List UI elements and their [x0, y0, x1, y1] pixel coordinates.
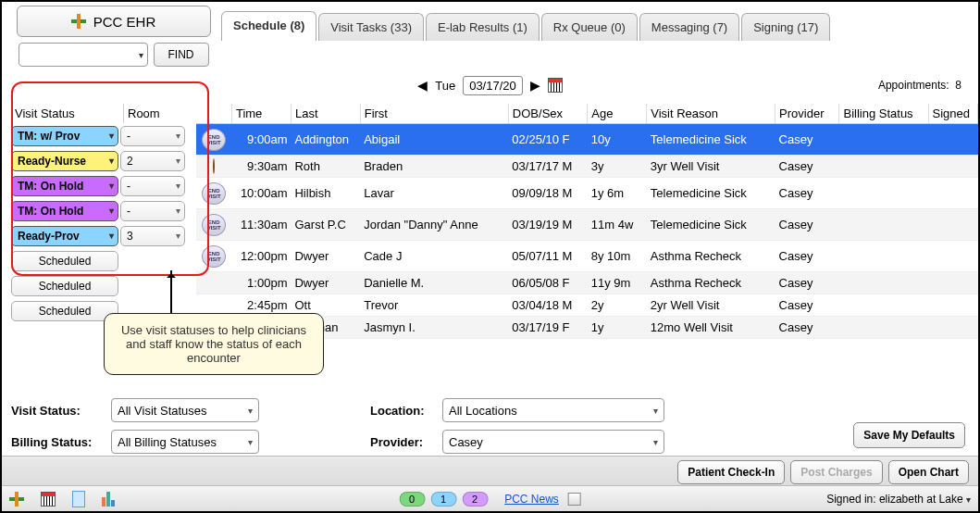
- room-select[interactable]: 3▾: [120, 226, 185, 246]
- news-icon: [568, 493, 581, 506]
- patient-checkin-button[interactable]: Patient Check-In: [677, 460, 785, 484]
- chevron-down-icon: ▾: [176, 231, 180, 241]
- table-row[interactable]: ENDVISIT10:00amHilbishLavar09/09/18 M1y …: [196, 178, 978, 209]
- tab[interactable]: Signing (17): [741, 13, 830, 41]
- table-row[interactable]: ENDVISIT9:00amAddingtonAbigail02/25/10 F…: [196, 124, 978, 156]
- date-input[interactable]: 03/17/20: [463, 76, 523, 95]
- column-header[interactable]: Signed: [928, 104, 977, 124]
- cell-dobsex: 02/25/10 F: [508, 124, 587, 156]
- visit-status-select[interactable]: TM: On Hold▾: [11, 176, 118, 196]
- prev-day-button[interactable]: ◀: [417, 78, 428, 93]
- end-visit-icon[interactable]: ENDVISIT: [202, 214, 226, 236]
- schedule-table: TimeLastFirstDOB/SexAgeVisit ReasonProvi…: [196, 104, 978, 339]
- room-select[interactable]: -▾: [120, 201, 185, 221]
- alert-icon[interactable]: [213, 158, 215, 174]
- table-row[interactable]: ENDVISIT11:30amGarst P.CJordan "Danny" A…: [196, 209, 978, 241]
- cell-first: Cade J: [360, 241, 508, 272]
- main-tabs: Schedule (8)Visit Tasks (33)E-lab Result…: [221, 6, 978, 41]
- column-header[interactable]: Last: [291, 104, 360, 124]
- visit-status-select[interactable]: Scheduled: [11, 301, 118, 321]
- filter-location[interactable]: All Locations▾: [442, 398, 664, 422]
- cell-age: 1y 6m: [588, 178, 647, 209]
- status-badge[interactable]: 0: [399, 492, 425, 507]
- search-input[interactable]: ▾: [19, 43, 148, 67]
- cell-last: Dwyer: [291, 272, 360, 294]
- cell-reason: Asthma Recheck: [647, 272, 775, 294]
- column-header[interactable]: DOB/Sex: [508, 104, 587, 124]
- chevron-down-icon: ▾: [109, 156, 114, 166]
- tab[interactable]: Messaging (7): [639, 13, 739, 41]
- visit-status-select[interactable]: Scheduled: [11, 276, 118, 296]
- next-day-button[interactable]: ▶: [530, 78, 540, 93]
- visit-status-select[interactable]: TM: On Hold▾: [11, 201, 118, 221]
- room-select[interactable]: -▾: [120, 126, 185, 146]
- cell-provider: Casey: [775, 294, 839, 317]
- status-badge[interactable]: 1: [430, 492, 456, 507]
- chevron-down-icon: ▾: [248, 406, 253, 416]
- cell-first: Jasmyn I.: [360, 317, 508, 339]
- chevron-down-icon: ▾: [176, 131, 180, 141]
- appointment-count: Appointments: 8: [878, 79, 961, 92]
- tab[interactable]: Rx Queue (0): [541, 13, 638, 41]
- filter-visit-status[interactable]: All Visit Statuses▾: [111, 398, 259, 422]
- end-visit-icon[interactable]: ENDVISIT: [202, 129, 226, 151]
- column-header[interactable]: Age: [588, 104, 647, 124]
- room-select[interactable]: 2▾: [120, 151, 185, 171]
- task-cell: ENDVISIT: [196, 178, 231, 209]
- table-row[interactable]: ENDVISIT12:00pmDwyerCade J05/07/11 M8y 1…: [196, 241, 978, 272]
- cell-age: 11y 9m: [588, 272, 647, 294]
- chevron-down-icon: ▾: [109, 231, 114, 241]
- column-header[interactable]: First: [360, 104, 508, 124]
- cell-first: Trevor: [360, 294, 508, 317]
- status-badge[interactable]: 2: [462, 492, 488, 507]
- chevron-down-icon: ▾: [653, 437, 658, 447]
- column-header[interactable]: Billing Status: [839, 104, 928, 124]
- tab[interactable]: Schedule (8): [221, 11, 316, 41]
- cell-dobsex: 03/17/17 M: [508, 156, 587, 178]
- filter-billing-status[interactable]: All Billing Statuses▾: [111, 430, 259, 454]
- open-chart-button[interactable]: Open Chart: [888, 460, 969, 484]
- callout-tooltip: Use visit statuses to help clinicians an…: [104, 313, 324, 375]
- save-defaults-button[interactable]: Save My Defaults: [853, 422, 965, 448]
- chart-icon[interactable]: [102, 492, 115, 507]
- calendar-icon[interactable]: [41, 492, 56, 507]
- find-button[interactable]: FIND: [154, 43, 209, 67]
- cell-time: 9:00am: [231, 124, 291, 156]
- pcc-logo-icon[interactable]: [9, 492, 24, 507]
- cell-age: 1y: [588, 317, 647, 339]
- filter-provider[interactable]: Casey▾: [442, 430, 664, 454]
- cell-time: 1:00pm: [231, 272, 291, 294]
- visit-status-select[interactable]: Scheduled: [11, 251, 118, 271]
- cell-reason: 12mo Well Visit: [647, 317, 775, 339]
- tab[interactable]: E-lab Results (1): [426, 13, 540, 41]
- chevron-down-icon: ▾: [176, 156, 180, 166]
- task-cell: ENDVISIT: [196, 241, 231, 272]
- app-title-label: PCC EHR: [93, 14, 156, 30]
- table-row[interactable]: 9:30amRothBraden03/17/17 M3y3yr Well Vis…: [196, 156, 978, 178]
- cell-dobsex: 03/17/19 F: [508, 317, 587, 339]
- cell-first: Danielle M.: [360, 272, 508, 294]
- pcc-news-link[interactable]: PCC News: [504, 493, 559, 506]
- column-header[interactable]: Visit Reason: [647, 104, 775, 124]
- document-icon[interactable]: [72, 491, 85, 507]
- cell-dobsex: 03/19/19 M: [508, 209, 587, 241]
- room-select[interactable]: -▾: [120, 176, 185, 196]
- end-visit-icon[interactable]: ENDVISIT: [202, 182, 226, 205]
- table-row[interactable]: 1:00pmDwyerDanielle M.06/05/08 F11y 9mAs…: [196, 272, 978, 294]
- visit-status-select[interactable]: Ready-Nurse▾: [11, 151, 118, 171]
- cell-reason: Telemedicine Sick: [647, 178, 775, 209]
- chevron-down-icon[interactable]: ▾: [966, 494, 971, 505]
- cell-provider: Casey: [775, 209, 839, 241]
- cell-first: Abigail: [360, 124, 508, 156]
- end-visit-icon[interactable]: ENDVISIT: [202, 245, 226, 268]
- column-header[interactable]: Time: [231, 104, 291, 124]
- cell-reason: Telemedicine Sick: [647, 124, 775, 156]
- visit-status-select[interactable]: Ready-Prov▾: [11, 226, 118, 246]
- signed-in-label: Signed in: elizabeth at Lake: [826, 493, 962, 506]
- tab[interactable]: Visit Tasks (33): [318, 13, 424, 41]
- cell-last: Dwyer: [291, 241, 360, 272]
- calendar-icon[interactable]: [548, 78, 563, 93]
- column-header[interactable]: Provider: [775, 104, 839, 124]
- visit-status-select[interactable]: TM: w/ Prov▾: [11, 126, 118, 146]
- filter-billing-status-label: Billing Status:: [11, 435, 104, 449]
